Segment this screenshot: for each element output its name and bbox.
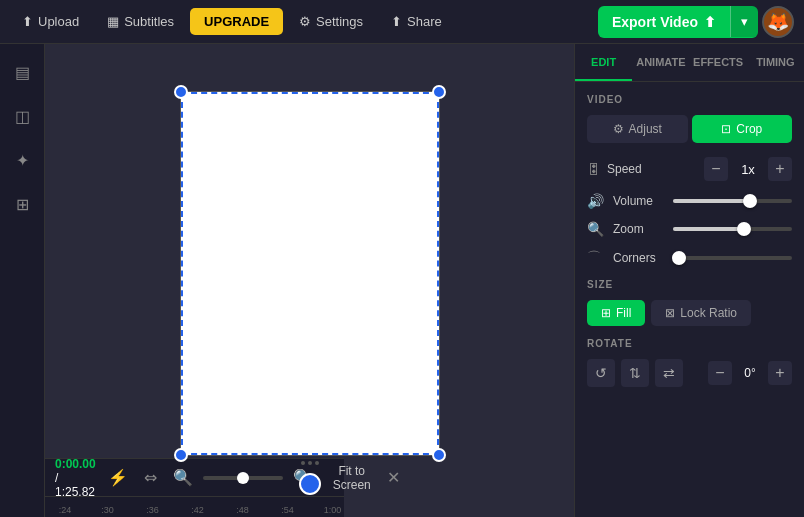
handle-top-left[interactable] (174, 85, 188, 99)
corners-icon: ⌒ (587, 249, 605, 267)
speed-row: 🎛 Speed − 1x + (587, 157, 792, 181)
canvas-content (180, 91, 440, 470)
flip-h-button[interactable]: ⇅ (621, 359, 649, 387)
lock-ratio-icon: ⊠ (665, 306, 675, 320)
ruler-tick-2: :36 (130, 505, 175, 515)
ruler-tick-6: 1:00 (310, 505, 344, 515)
export-button[interactable]: Export Video ⬆ (598, 6, 730, 38)
main-layout: ▤ ◫ ✦ ⊞ ⊕ Canh Reu (0, 44, 804, 517)
volume-row: 🔊 Volume (587, 193, 792, 209)
crop-subtab[interactable]: ⊡ Crop (692, 115, 793, 143)
canvas-area: ⊕ Canh Reu 0:00.00 / 1:25.82 (45, 44, 574, 517)
left-panel-icon-1[interactable]: ▤ (4, 54, 40, 90)
rotate-value: 0° (738, 366, 762, 380)
panel-icon-1: ▤ (15, 63, 30, 82)
rotate-handle[interactable] (299, 473, 321, 495)
volume-thumb (743, 194, 757, 208)
lock-ratio-button[interactable]: ⊠ Lock Ratio (651, 300, 751, 326)
crop-icon: ⊡ (721, 122, 731, 136)
ruler-tick-0: :24 (45, 505, 85, 515)
left-panel-icon-4[interactable]: ⊞ (4, 186, 40, 222)
subtitles-button[interactable]: ▦ Subtitles (95, 8, 186, 35)
share-icon: ⬆ (391, 14, 402, 29)
right-panel: EDIT ANIMATE EFFECTS TIMING VIDEO ⚙ Adju… (574, 44, 804, 517)
size-section-label: SIZE (587, 279, 792, 290)
speed-minus-button[interactable]: − (704, 157, 728, 181)
upgrade-button[interactable]: UPGRADE (190, 8, 283, 35)
adjust-icon: ⚙ (613, 122, 624, 136)
video-element[interactable] (180, 91, 440, 456)
tab-animate[interactable]: ANIMATE (632, 44, 689, 81)
speed-label: Speed (607, 162, 698, 176)
rotate-section-label: ROTATE (587, 338, 792, 349)
avatar[interactable]: 🦊 (762, 6, 794, 38)
tab-timing[interactable]: TIMING (747, 44, 804, 81)
subtitles-icon: ▦ (107, 14, 119, 29)
share-button[interactable]: ⬆ Share (379, 8, 454, 35)
dot-3 (315, 461, 319, 465)
speed-plus-button[interactable]: + (768, 157, 792, 181)
dot-2 (308, 461, 312, 465)
zoom-icon: 🔍 (587, 221, 605, 237)
ruler-tick-1: :30 (85, 505, 130, 515)
fill-button[interactable]: ⊞ Fill (587, 300, 645, 326)
video-subtabs: ⚙ Adjust ⊡ Crop (587, 115, 792, 143)
timeline-ruler: :24 :30 :36 :42 :48 :54 1:00 1:06 1:12 1… (45, 497, 344, 517)
upload-button[interactable]: ⬆ Upload (10, 8, 91, 35)
settings-button[interactable]: ⚙ Settings (287, 8, 375, 35)
zoom-row: 🔍 Zoom (587, 221, 792, 237)
settings-icon: ⚙ (299, 14, 311, 29)
volume-slider[interactable] (673, 199, 792, 203)
speed-control: − 1x + (704, 157, 792, 181)
left-panel-icon-3[interactable]: ✦ (4, 142, 40, 178)
handle-bottom-left[interactable] (174, 448, 188, 462)
corners-slider[interactable] (673, 256, 792, 260)
zoom-out-icon: 🔍 (173, 469, 193, 486)
zoom-slider-track[interactable] (673, 227, 792, 231)
zoom-thumb (237, 472, 249, 484)
adjust-subtab[interactable]: ⚙ Adjust (587, 115, 688, 143)
zoom-label: Zoom (613, 222, 665, 236)
rotate-plus-button[interactable]: + (768, 361, 792, 385)
tab-effects[interactable]: EFFECTS (690, 44, 747, 81)
close-timeline-button[interactable]: ✕ (387, 468, 400, 487)
fill-icon: ⊞ (601, 306, 611, 320)
zoom-fill (673, 227, 744, 231)
handle-bottom-right[interactable] (432, 448, 446, 462)
panel-icon-4: ⊞ (16, 195, 29, 214)
rotate-ccw-icon: ↺ (595, 365, 607, 381)
rotate-ccw-button[interactable]: ↺ (587, 359, 615, 387)
corners-row: ⌒ Corners (587, 249, 792, 267)
edit-tabs: EDIT ANIMATE EFFECTS TIMING (575, 44, 804, 82)
zoom-slider[interactable] (203, 476, 283, 480)
rotate-row: ↺ ⇅ ⇄ − 0° + (587, 359, 792, 387)
tab-edit[interactable]: EDIT (575, 44, 632, 81)
flip-h-icon: ⇅ (629, 365, 641, 381)
split-button[interactable]: ⚡ (104, 466, 132, 489)
rotate-minus-button[interactable]: − (708, 361, 732, 385)
panel-icon-2: ◫ (15, 107, 30, 126)
trim-button[interactable]: ⇔ (140, 466, 161, 489)
flip-v-button[interactable]: ⇄ (655, 359, 683, 387)
flip-v-icon: ⇄ (663, 365, 675, 381)
handle-top-right[interactable] (432, 85, 446, 99)
size-buttons: ⊞ Fill ⊠ Lock Ratio (587, 300, 792, 326)
export-icon: ⬆ (704, 14, 716, 30)
zoom-thumb-track (737, 222, 751, 236)
ruler-tick-4: :48 (220, 505, 265, 515)
dot-1 (301, 461, 305, 465)
dots-row (180, 456, 440, 470)
chevron-down-icon: ▾ (741, 14, 748, 29)
volume-fill (673, 199, 750, 203)
speed-value: 1x (736, 162, 760, 177)
panel-icon-3: ✦ (16, 151, 29, 170)
volume-icon: 🔊 (587, 193, 605, 209)
time-display: 0:00.00 / 1:25.82 (55, 457, 96, 499)
panel-content: VIDEO ⚙ Adjust ⊡ Crop 🎛 Speed − 1x (575, 82, 804, 517)
selection-border (181, 92, 439, 455)
left-panel: ▤ ◫ ✦ ⊞ (0, 44, 45, 517)
ruler-tick-5: :54 (265, 505, 310, 515)
left-panel-icon-2[interactable]: ◫ (4, 98, 40, 134)
export-dropdown-button[interactable]: ▾ (730, 6, 758, 37)
export-btn-group: Export Video ⬆ ▾ (598, 6, 758, 38)
